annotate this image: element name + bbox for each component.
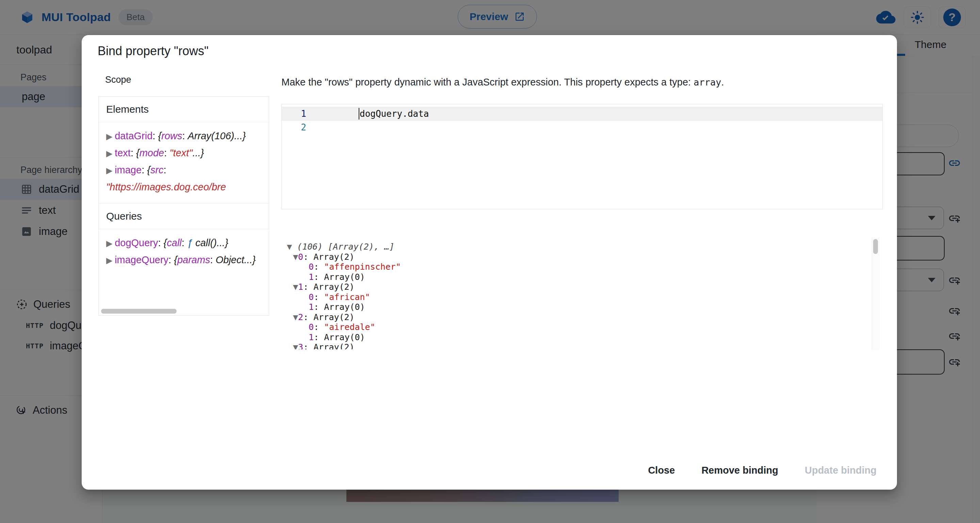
preview-token: Array(2) <box>313 312 354 322</box>
token: { <box>174 254 177 265</box>
token: call <box>167 237 182 248</box>
close-button[interactable]: Close <box>639 460 684 481</box>
scope-section-items: ▶ dataGrid: {rows: Array(106)...}▶ text:… <box>99 122 269 203</box>
preview-token: : <box>314 322 324 332</box>
preview-token: : <box>303 342 313 349</box>
token: : <box>158 237 163 248</box>
token: { <box>147 164 150 175</box>
token: Array(106)...} <box>188 131 246 141</box>
preview-tree-row[interactable]: 1: Array(0) <box>285 272 866 282</box>
preview-tree-row[interactable]: 0: "airedale" <box>285 322 866 332</box>
token: imageQuery <box>115 254 169 265</box>
preview-token: Array(0) <box>324 332 365 342</box>
preview-token: : <box>303 282 313 292</box>
preview-token: Array(0) <box>324 302 365 312</box>
expand-arrow-icon[interactable]: ▶ <box>106 132 115 141</box>
editor-line[interactable]: 2 <box>282 121 882 134</box>
scope-tree-item[interactable]: ▶ image: {src: "https://images.dog.ceo/b… <box>106 162 261 195</box>
token: : <box>169 254 174 265</box>
scope-section-items: ▶ dogQuery: {call: ƒ call()...}▶ imageQu… <box>99 229 269 277</box>
bind-property-dialog: Bind property "rows" Scope Elements▶ dat… <box>82 35 897 490</box>
line-number: 1 <box>282 107 306 121</box>
expand-arrow-icon[interactable]: ▶ <box>106 166 115 175</box>
preview-token: : <box>314 302 324 312</box>
token: ...} <box>192 147 204 158</box>
preview-token: 0 <box>309 322 314 332</box>
scope-tree-item[interactable]: ▶ text: {mode: "text"...} <box>106 145 261 162</box>
preview-token: "airedale" <box>324 322 375 332</box>
scope-panel: Elements▶ dataGrid: {rows: Array(106)...… <box>98 96 269 316</box>
collapse-arrow-icon[interactable]: ▼ <box>293 342 298 349</box>
token: Object...} <box>216 254 256 265</box>
preview-token: 0 <box>298 252 303 262</box>
preview-token: 0 <box>309 262 314 272</box>
token: rows <box>161 131 182 141</box>
token: { <box>164 237 167 248</box>
token: { <box>158 131 161 141</box>
token: : <box>164 147 169 158</box>
collapse-arrow-icon[interactable]: ▼ <box>287 242 292 252</box>
editor-line[interactable]: 1dogQuery.data <box>282 107 882 121</box>
expand-arrow-icon[interactable]: ▶ <box>106 239 115 248</box>
preview-tree-row[interactable]: ▼ (106) [Array(2), …] <box>285 242 866 252</box>
preview-tree-row[interactable]: ▼3: Array(2) <box>285 342 866 349</box>
preview-token: 2 <box>298 312 303 322</box>
token: call()...} <box>195 237 228 248</box>
expand-arrow-icon[interactable]: ▶ <box>106 149 115 158</box>
preview-token: Array(2) <box>313 342 354 349</box>
token: mode <box>140 147 164 158</box>
preview-scrollbar-thumb[interactable] <box>873 239 878 254</box>
expression-result-preview: ▼ (106) [Array(2), …]▼0: Array(2)0: "aff… <box>285 242 866 349</box>
screen: MUI Toolpad Beta Preview <box>0 0 980 523</box>
token: : <box>182 237 187 248</box>
token: : <box>130 147 136 158</box>
preview-token: Array(2) <box>313 282 354 292</box>
preview-tree-row[interactable]: ▼1: Array(2) <box>285 282 866 292</box>
scope-tree-item[interactable]: ▶ imageQuery: {params: Object...} <box>106 252 261 269</box>
token: : <box>142 164 147 175</box>
horizontal-scrollbar-thumb[interactable] <box>101 309 177 314</box>
preview-token: (106) [Array(2), …] <box>292 242 395 252</box>
token: : <box>153 131 158 141</box>
preview-tree-row[interactable]: ▼0: Array(2) <box>285 252 866 262</box>
preview-token: : <box>314 292 324 302</box>
line-number: 2 <box>282 121 306 134</box>
preview-token: 0 <box>309 292 314 302</box>
token: image <box>115 164 142 175</box>
collapse-arrow-icon[interactable]: ▼ <box>293 282 298 292</box>
preview-tree-row[interactable]: 0: "african" <box>285 292 866 302</box>
dialog-actions: Close Remove binding Update binding <box>639 460 885 481</box>
scope-section-title: Queries <box>99 203 269 229</box>
token: : <box>164 164 166 175</box>
preview-token: : <box>303 312 313 322</box>
preview-tree-row[interactable]: 1: Array(0) <box>285 332 866 343</box>
token: text <box>115 147 130 158</box>
token: src <box>150 164 164 175</box>
update-binding-button[interactable]: Update binding <box>796 460 885 481</box>
collapse-arrow-icon[interactable]: ▼ <box>293 252 298 262</box>
description-text: Make the "rows" property dynamic with a … <box>282 77 694 88</box>
preview-token: 1 <box>309 332 314 342</box>
preview-token: 3 <box>298 342 303 349</box>
preview-tree-row[interactable]: 1: Array(0) <box>285 302 866 312</box>
remove-binding-button[interactable]: Remove binding <box>692 460 787 481</box>
preview-token: : <box>303 252 313 262</box>
js-expression-editor[interactable]: 1dogQuery.data2 <box>282 104 883 209</box>
code-text: dogQuery.data <box>360 107 429 121</box>
scope-tree-item[interactable]: ▶ dataGrid: {rows: Array(106)...} <box>106 128 261 145</box>
token: dogQuery <box>115 237 158 248</box>
token: "text" <box>169 147 192 158</box>
preview-token: 1 <box>309 302 314 312</box>
preview-scrollbar-track[interactable] <box>872 237 880 350</box>
preview-tree-row[interactable]: 0: "affenpinscher" <box>285 262 866 272</box>
expand-arrow-icon[interactable]: ▶ <box>106 256 115 265</box>
scope-tree-item[interactable]: ▶ dogQuery: {call: ƒ call()...} <box>106 234 261 252</box>
token: { <box>136 147 140 158</box>
collapse-arrow-icon[interactable]: ▼ <box>293 312 298 322</box>
preview-token: 1 <box>298 282 303 292</box>
preview-token: Array(2) <box>313 252 354 262</box>
token: ƒ <box>187 237 195 248</box>
preview-token: : <box>314 262 324 272</box>
preview-tree-row[interactable]: ▼2: Array(2) <box>285 312 866 322</box>
token: : <box>182 131 188 141</box>
